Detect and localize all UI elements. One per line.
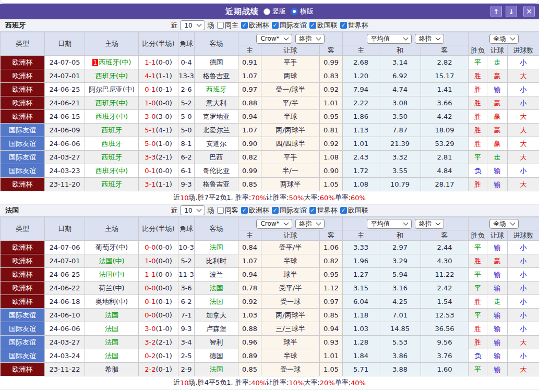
fulltime-score: 3-1 [145,180,155,188]
summary-text: 近10场,胜7平2负1, 胜率:70% 让胜率:50% 大率:60% 单率:60… [0,191,539,204]
away-team: 法国 [210,365,223,373]
checkbox-unchecked-icon[interactable] [217,207,224,214]
odds-time-select[interactable]: 终指 [295,34,325,44]
checkbox-unchecked-icon[interactable] [217,22,224,29]
view-option-horizontal-label[interactable]: 横版 [300,7,314,16]
cup-filter[interactable]: ✓世界杯 [309,206,338,215]
date-cell: 24-06-21 [45,96,85,110]
view-option-vertical[interactable]: 竖版 [263,7,286,16]
same-venue-filter[interactable]: 同主 [217,21,238,30]
col-type: 类型 [1,217,45,241]
match-row: 国际友谊24-06-06法国3-0(1-0)9-3卢森堡0.88三/三球半0.9… [1,322,539,336]
home-team-cell: 法国(中) [85,268,139,281]
view-option-vertical-label[interactable]: 竖版 [272,7,286,16]
avg-away-odds: 3.66 [421,96,469,110]
radio-checked-icon[interactable] [291,8,298,15]
crow-home-odds: 0.99 [238,164,261,178]
handicap-result-cell: 走 [487,151,508,164]
league-cell: 国际友谊 [1,336,45,349]
bookmaker-select[interactable]: Crow* [256,34,292,44]
avg-draw-odds: 3.86 [379,349,421,363]
corner-cell: 0-4 [178,56,195,69]
col-handicap-result: 让球 [487,45,508,56]
away-team-cell: 法国 [195,241,238,254]
close-button[interactable]: ✕ [523,6,535,17]
league-cell: 欧洲杯 [1,110,45,124]
cup-filter-label[interactable]: 欧洲杯 [249,21,269,30]
average-time-select[interactable]: 终指 [415,219,444,229]
home-team-cell: 阿尔巴尼亚(中) [85,83,139,96]
avg-home-odds: 2.68 [343,56,379,69]
away-team-cell: 法国 [195,363,238,376]
checkbox-checked-icon[interactable]: ✓ [241,22,248,29]
checkbox-checked-icon[interactable]: ✓ [340,22,347,29]
cup-filter-label[interactable]: 欧国联 [348,206,368,215]
view-option-horizontal[interactable]: 横版 [291,7,314,16]
summary-segment: 60% [351,194,366,202]
away-team-cell: 比利时 [195,254,238,268]
average-select[interactable]: 平均值 [367,34,412,44]
fullmatch-select[interactable]: 全场 [489,219,519,229]
away-team: 格鲁吉亚 [203,180,230,188]
cup-filter-label[interactable]: 欧洲杯 [249,206,269,215]
date-cell: 24-06-22 [45,281,85,295]
match-count-select[interactable]: 10 [180,20,205,30]
away-team: 智利 [210,338,223,346]
match-row: 国际友谊24-03-23西班牙(中)0-1(0-0)6-1哥伦比亚0.99半/一… [1,164,539,178]
bookmaker-select[interactable]: Crow* [256,219,292,229]
avg-away-odds: 4.30 [421,254,469,268]
cup-filter[interactable]: ✓欧国联 [309,21,338,30]
crow-away-odds: 0.95 [320,110,343,124]
same-venue-label[interactable]: 同客 [225,206,238,215]
checkbox-checked-icon[interactable]: ✓ [272,207,279,214]
cup-filter-label[interactable]: 世界杯 [317,206,338,215]
league-cell: 欧洲杯 [1,56,45,69]
handicap-result-cell: 走 [487,56,508,69]
titlebar-center: 近期战绩 竖版 横版 [225,7,314,17]
checkbox-checked-icon[interactable]: ✓ [272,22,279,29]
avg-away-odds: 11.22 [421,268,469,281]
cup-filters: ✓欧洲杯✓国际友谊✓世界杯✓欧国联 [241,206,368,215]
move-up-button[interactable]: ↑ [490,6,502,17]
checkbox-checked-icon[interactable]: ✓ [309,207,316,214]
fullmatch-select[interactable]: 全场 [489,34,519,44]
fulltime-score: 3-2 [145,338,155,346]
cup-filter[interactable]: ✓欧国联 [340,206,368,215]
checkbox-checked-icon[interactable]: ✓ [309,22,316,29]
cup-filter[interactable]: ✓国际友谊 [272,21,307,30]
same-venue-label[interactable]: 同主 [225,21,238,30]
result-cell: 平 [469,309,487,322]
col-result: 胜负 [469,230,487,241]
crow-home-odds: 1.03 [238,309,261,322]
goals-cell: 小 [508,322,539,336]
average-time-select[interactable]: 终指 [415,34,444,44]
league-cell: 欧洲杯 [1,83,45,96]
handicap-result-cell: 输 [487,322,508,336]
result-cell: 平 [469,56,487,69]
avg-home-odds: 1.13 [343,124,379,137]
radio-unchecked-icon[interactable] [263,8,270,15]
move-down-button[interactable]: ↓ [506,6,517,17]
cup-filter[interactable]: ✓国际友谊 [272,206,307,215]
cup-filter[interactable]: ✓欧洲杯 [241,21,269,30]
halftime-score: (0-1) [155,352,172,360]
bookmaker-select-value: Crow* [260,35,279,42]
summary-segment: 单率: [335,378,351,387]
checkbox-checked-icon[interactable]: ✓ [340,207,347,214]
cup-filter-label[interactable]: 国际友谊 [280,206,307,215]
corner-cell: 8-1 [178,137,195,151]
date-cell: 24-03-27 [45,336,85,349]
home-team: 葡萄牙(中) [95,243,128,251]
avg-away-odds: 2.42 [421,281,469,295]
same-venue-filter[interactable]: 同客 [217,206,238,215]
match-count-select[interactable]: 10 [180,205,205,215]
cup-filter[interactable]: ✓欧洲杯 [241,206,269,215]
cup-filter[interactable]: ✓世界杯 [340,21,368,30]
odds-time-select[interactable]: 终指 [295,219,325,229]
cup-filter-label[interactable]: 国际友谊 [280,21,307,30]
home-team: 阿尔巴尼亚(中) [89,85,135,93]
cup-filter-label[interactable]: 欧国联 [317,21,338,30]
cup-filter-label[interactable]: 世界杯 [348,21,368,30]
checkbox-checked-icon[interactable]: ✓ [241,207,248,214]
average-select[interactable]: 平均值 [367,219,412,229]
